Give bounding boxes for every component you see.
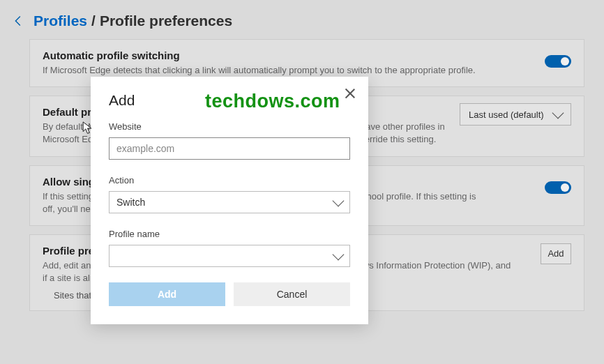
- action-label: Action: [109, 175, 350, 185]
- action-select-value: Switch: [116, 197, 145, 208]
- breadcrumb-current: Profile preferences: [100, 13, 232, 29]
- dropdown-value: Last used (default): [469, 109, 544, 120]
- add-site-button[interactable]: Add: [541, 243, 571, 264]
- card-description: If Microsoft Edge detects that clicking …: [43, 64, 489, 77]
- close-icon[interactable]: [343, 86, 357, 100]
- dialog-title: Add: [109, 92, 350, 109]
- chevron-down-icon: [333, 249, 345, 261]
- page-header: Profiles / Profile preferences: [0, 0, 604, 39]
- website-input[interactable]: [109, 137, 350, 160]
- auto-switch-toggle[interactable]: [545, 55, 571, 68]
- default-profile-dropdown[interactable]: Last used (default): [460, 103, 571, 126]
- single-signon-toggle[interactable]: [545, 181, 571, 194]
- dialog-add-button[interactable]: Add: [109, 282, 225, 306]
- profile-name-label: Profile name: [109, 229, 350, 239]
- dialog-cancel-button[interactable]: Cancel: [234, 282, 350, 306]
- chevron-down-icon: [552, 107, 564, 119]
- chevron-down-icon: [333, 195, 345, 207]
- breadcrumb-separator: /: [91, 13, 96, 29]
- profile-name-select[interactable]: [109, 245, 350, 267]
- website-label: Website: [109, 121, 350, 132]
- add-site-dialog: Add Website Action Switch Profile name A…: [91, 77, 368, 324]
- back-arrow-icon[interactable]: [11, 13, 27, 29]
- action-select[interactable]: Switch: [109, 191, 350, 213]
- breadcrumb-root[interactable]: Profiles: [33, 13, 87, 29]
- card-title: Automatic profile switching: [43, 50, 571, 61]
